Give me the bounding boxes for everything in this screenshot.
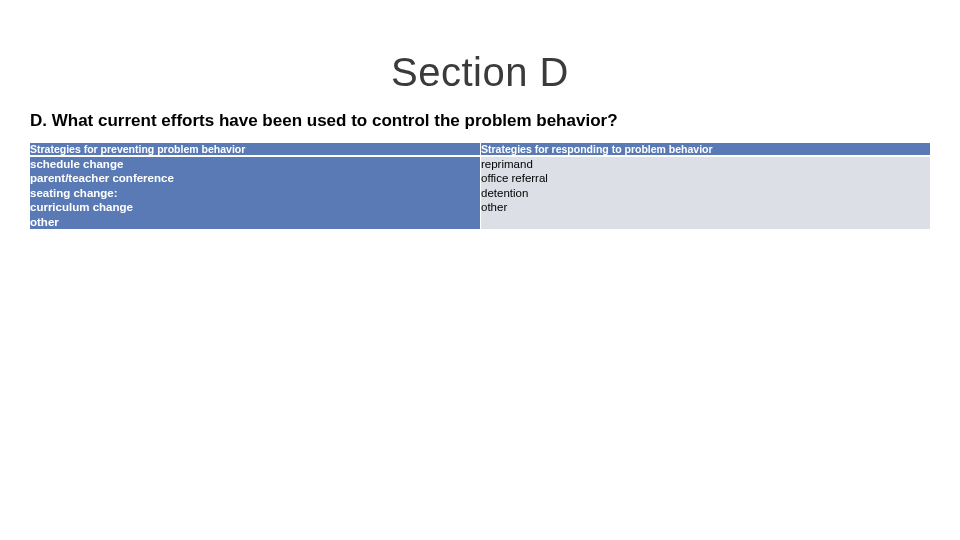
list-item: curriculum change: [30, 200, 480, 214]
slide: Section D D. What current efforts have b…: [0, 0, 960, 540]
list-item: seating change:: [30, 186, 480, 200]
list-item: detention: [481, 186, 930, 200]
section-question: D. What current efforts have been used t…: [30, 111, 930, 131]
list-item: other: [481, 200, 930, 214]
list-item: schedule change: [30, 157, 480, 171]
table-header-row: Strategies for preventing problem behavi…: [30, 143, 930, 155]
col-header-preventing: Strategies for preventing problem behavi…: [30, 143, 480, 155]
list-item: office referral: [481, 171, 930, 185]
col-header-responding: Strategies for responding to problem beh…: [480, 143, 930, 155]
cell-responding-strategies: reprimand office referral detention othe…: [480, 155, 930, 229]
cell-preventing-strategies: schedule change parent/teacher conferenc…: [30, 155, 480, 229]
list-item: reprimand: [481, 157, 930, 171]
list-item: other: [30, 215, 480, 229]
list-item: parent/teacher conference: [30, 171, 480, 185]
page-title: Section D: [30, 0, 930, 95]
table-body-row: schedule change parent/teacher conferenc…: [30, 155, 930, 229]
strategies-table: Strategies for preventing problem behavi…: [30, 143, 930, 229]
